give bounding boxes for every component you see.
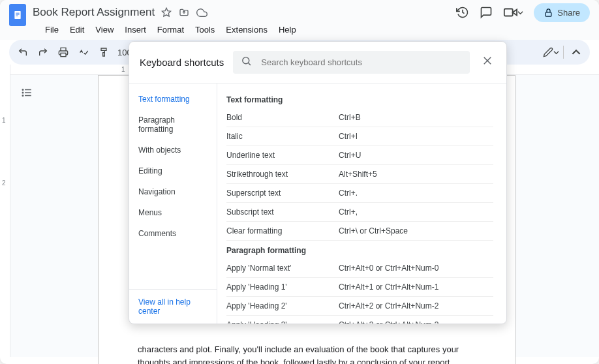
star-icon[interactable] bbox=[161, 7, 172, 18]
shortcut-key: Alt+Shift+5 bbox=[339, 170, 493, 179]
shortcut-action: Apply 'Heading 3' bbox=[226, 320, 339, 324]
shortcut-key: Ctrl+Alt+2 or Ctrl+Alt+Num-2 bbox=[339, 301, 493, 311]
separator bbox=[563, 46, 564, 59]
menu-view[interactable]: View bbox=[91, 23, 118, 37]
app-header: Book Report Assignment Share FileEditVie… bbox=[0, 0, 599, 40]
menu-extensions[interactable]: Extensions bbox=[221, 23, 272, 37]
shortcut-action: Italic bbox=[226, 132, 339, 141]
section-header: Paragraph formatting bbox=[226, 241, 493, 259]
menu-tools[interactable]: Tools bbox=[191, 23, 219, 37]
keyboard-shortcuts-dialog: Keyboard shortcuts Text formattingParagr… bbox=[129, 41, 507, 324]
category-comments[interactable]: Comments bbox=[129, 223, 217, 244]
menu-bar: FileEditViewInsertFormatToolsExtensionsH… bbox=[9, 21, 590, 40]
svg-rect-7 bbox=[545, 12, 551, 16]
menu-edit[interactable]: Edit bbox=[65, 23, 89, 37]
category-text-formatting[interactable]: Text formatting bbox=[129, 89, 217, 110]
paint-format-button[interactable] bbox=[95, 44, 112, 61]
shortcut-action: Apply 'Heading 2' bbox=[226, 301, 339, 311]
svg-rect-8 bbox=[61, 53, 66, 56]
svg-rect-5 bbox=[504, 9, 513, 16]
shortcut-row: Clear formattingCtrl+\ or Ctrl+Space bbox=[226, 222, 493, 241]
category-menus[interactable]: Menus bbox=[129, 202, 217, 223]
category-paragraph-formatting[interactable]: Paragraph formatting bbox=[129, 110, 217, 140]
shortcut-search-box[interactable] bbox=[233, 51, 470, 74]
svg-point-15 bbox=[243, 57, 249, 64]
share-button[interactable]: Share bbox=[534, 3, 590, 22]
shortcut-key: Ctrl+I bbox=[339, 132, 493, 141]
vertical-ruler: 12 bbox=[0, 65, 10, 357]
comments-icon[interactable] bbox=[480, 6, 493, 19]
shortcut-row: Subscript textCtrl+, bbox=[226, 203, 493, 222]
outline-toggle-icon[interactable] bbox=[18, 84, 35, 101]
shortcut-search-input[interactable] bbox=[261, 57, 462, 67]
history-icon[interactable] bbox=[456, 6, 469, 19]
menu-help[interactable]: Help bbox=[274, 23, 301, 37]
body-text: characters and plot. Finally, you'll inc… bbox=[138, 343, 476, 364]
spellcheck-button[interactable] bbox=[75, 44, 92, 61]
help-center-link[interactable]: View all in help center bbox=[129, 289, 217, 324]
shortcut-row: BoldCtrl+B bbox=[226, 108, 493, 127]
shortcut-key: Ctrl+\ or Ctrl+Space bbox=[339, 226, 493, 235]
docs-icon[interactable] bbox=[9, 4, 26, 26]
shortcut-row: Apply 'Heading 3'Ctrl+Alt+3 or Ctrl+Alt+… bbox=[226, 316, 493, 324]
menu-file[interactable]: File bbox=[40, 23, 63, 37]
svg-point-14 bbox=[22, 95, 23, 97]
share-label: Share bbox=[557, 8, 580, 18]
shortcut-row: Underline textCtrl+U bbox=[226, 146, 493, 165]
shortcut-key: Ctrl+Alt+3 or Ctrl+Alt+Num-3 bbox=[339, 320, 493, 324]
svg-point-13 bbox=[22, 92, 23, 93]
category-navigation[interactable]: Navigation bbox=[129, 181, 217, 202]
shortcut-row: Apply 'Heading 1'Ctrl+Alt+1 or Ctrl+Alt+… bbox=[226, 278, 493, 297]
cloud-status-icon[interactable] bbox=[196, 7, 207, 18]
shortcut-row: Superscript textCtrl+. bbox=[226, 184, 493, 203]
shortcut-key: Ctrl+. bbox=[339, 189, 493, 198]
shortcut-action: Apply 'Normal text' bbox=[226, 264, 339, 273]
shortcut-category-sidebar: Text formattingParagraph formattingWith … bbox=[129, 83, 217, 324]
redo-button[interactable] bbox=[35, 44, 52, 61]
shortcut-row: Apply 'Heading 2'Ctrl+Alt+2 or Ctrl+Alt+… bbox=[226, 297, 493, 316]
svg-point-12 bbox=[22, 89, 23, 91]
move-icon[interactable] bbox=[179, 7, 189, 18]
svg-rect-1 bbox=[16, 13, 19, 14]
shortcut-key: Ctrl+, bbox=[339, 207, 493, 217]
svg-rect-2 bbox=[16, 14, 19, 15]
svg-marker-4 bbox=[162, 8, 170, 16]
shortcut-row: ItalicCtrl+I bbox=[226, 127, 493, 146]
shortcut-key: Ctrl+Alt+1 or Ctrl+Alt+Num-1 bbox=[339, 282, 493, 292]
ruler-tick: 2 bbox=[2, 179, 6, 187]
document-title[interactable]: Book Report Assignment bbox=[33, 6, 155, 19]
shortcut-key: Ctrl+U bbox=[339, 151, 493, 160]
ruler-tick: 1 bbox=[121, 66, 125, 73]
search-icon bbox=[241, 55, 252, 69]
shortcut-action: Superscript text bbox=[226, 189, 339, 198]
shortcut-action: Underline text bbox=[226, 151, 339, 160]
close-icon[interactable] bbox=[479, 55, 496, 70]
shortcut-action: Strikethrough text bbox=[226, 170, 339, 179]
undo-button[interactable] bbox=[14, 44, 31, 61]
svg-line-16 bbox=[249, 63, 251, 65]
category-with-objects[interactable]: With objects bbox=[129, 140, 217, 160]
shortcut-row: Strikethrough textAlt+Shift+5 bbox=[226, 165, 493, 184]
print-button[interactable] bbox=[55, 44, 72, 61]
shortcut-key: Ctrl+Alt+0 or Ctrl+Alt+Num-0 bbox=[339, 264, 493, 273]
section-header: Text formatting bbox=[226, 90, 493, 108]
shortcut-list[interactable]: Text formattingBoldCtrl+BItalicCtrl+IUnd… bbox=[217, 83, 506, 324]
shortcut-row: Apply 'Normal text'Ctrl+Alt+0 or Ctrl+Al… bbox=[226, 259, 493, 278]
editing-mode-button[interactable] bbox=[542, 44, 559, 61]
menu-insert[interactable]: Insert bbox=[120, 23, 151, 37]
meet-icon[interactable] bbox=[503, 5, 523, 20]
svg-marker-6 bbox=[513, 9, 517, 15]
shortcut-key: Ctrl+B bbox=[339, 113, 493, 122]
svg-rect-3 bbox=[16, 16, 18, 16]
svg-rect-0 bbox=[14, 11, 20, 19]
shortcut-action: Subscript text bbox=[226, 207, 339, 217]
menu-format[interactable]: Format bbox=[153, 23, 189, 37]
collapse-toolbar-button[interactable] bbox=[568, 44, 585, 61]
dialog-title: Keyboard shortcuts bbox=[140, 57, 224, 68]
category-editing[interactable]: Editing bbox=[129, 160, 217, 181]
ruler-tick: 1 bbox=[2, 117, 6, 124]
shortcut-action: Clear formatting bbox=[226, 226, 339, 235]
shortcut-action: Apply 'Heading 1' bbox=[226, 282, 339, 292]
shortcut-action: Bold bbox=[226, 113, 339, 122]
